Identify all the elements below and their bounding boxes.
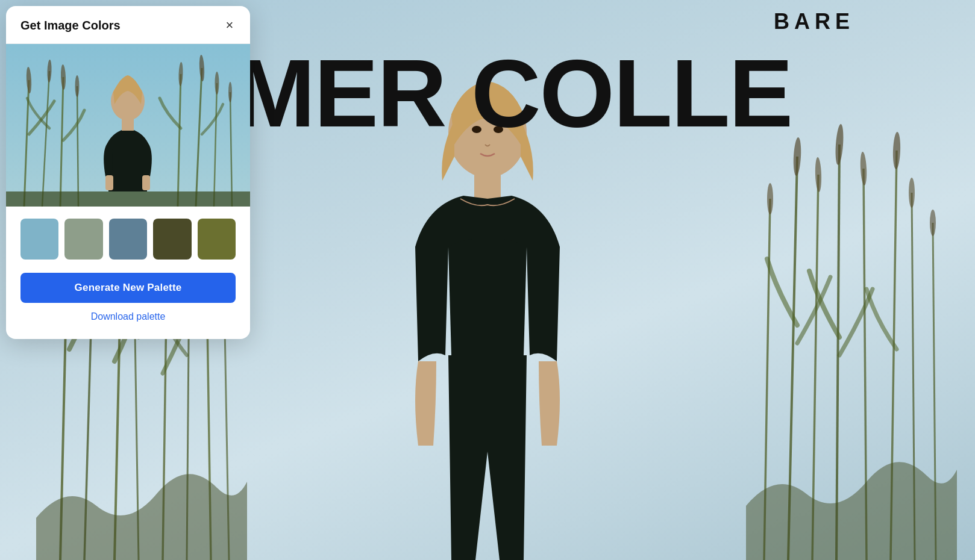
- close-button[interactable]: ×: [221, 17, 238, 34]
- swatch-olive-green[interactable]: [198, 219, 236, 260]
- color-swatches-container: [20, 219, 236, 260]
- svg-point-26: [815, 157, 822, 192]
- svg-rect-39: [474, 172, 501, 202]
- swatch-sage-gray[interactable]: [64, 219, 102, 260]
- svg-rect-63: [6, 191, 250, 207]
- svg-point-30: [909, 178, 915, 208]
- modal-title: Get Image Colors: [20, 19, 121, 33]
- svg-point-24: [767, 183, 773, 214]
- svg-point-58: [228, 82, 232, 102]
- svg-point-28: [860, 152, 868, 185]
- modal-header: Get Image Colors ×: [6, 6, 250, 44]
- svg-point-50: [75, 75, 80, 97]
- svg-rect-62: [122, 119, 134, 131]
- generate-palette-button[interactable]: Generate New Palette: [20, 273, 236, 303]
- download-palette-link[interactable]: Download palette: [20, 311, 236, 322]
- svg-rect-60: [105, 175, 113, 190]
- svg-point-25: [792, 137, 801, 176]
- swatch-steel-blue[interactable]: [109, 219, 147, 260]
- modal-body: Generate New Palette Download palette: [6, 207, 250, 339]
- modal-image-preview: [6, 44, 250, 207]
- swatch-dark-olive[interactable]: [153, 219, 191, 260]
- modal-preview-svg: [6, 44, 250, 207]
- svg-rect-61: [142, 175, 150, 190]
- swatch-light-blue[interactable]: [20, 219, 58, 260]
- color-picker-modal: Get Image Colors ×: [6, 6, 250, 339]
- hero-text: MER COLLE: [235, 45, 975, 142]
- svg-point-57: [215, 72, 219, 95]
- brand-name: BARE: [774, 9, 854, 34]
- svg-point-31: [930, 210, 936, 236]
